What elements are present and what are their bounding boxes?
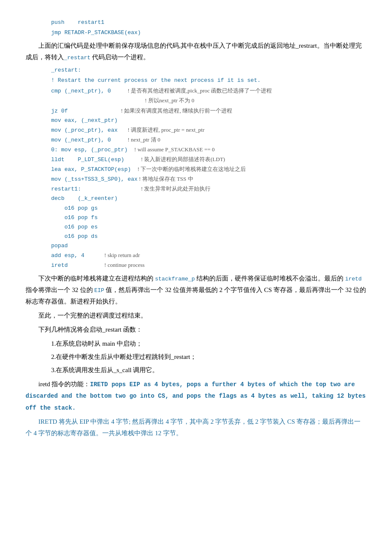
code-popad: popad bbox=[51, 243, 68, 249]
restart-label: _restart: bbox=[51, 66, 366, 75]
comment-mov-next: ! next_ptr 清 0 bbox=[127, 135, 160, 145]
code-mov-tss: mov (_tss+TSS3_S_SP0), eax bbox=[51, 175, 138, 184]
inline-iretd-1: iretd bbox=[345, 276, 362, 282]
list-item-1: 1.在系统启动时从 main 中启动； bbox=[51, 338, 366, 350]
code-iretd: iretd bbox=[51, 261, 104, 270]
code-jz: jz 0f bbox=[51, 107, 121, 116]
code-mov-next: mov (_next_ptr), 0 bbox=[51, 136, 127, 145]
list-item-2: 2.在硬件中断发生后从中断处理过程跳转到_restart； bbox=[51, 351, 366, 363]
code-pop-gs: o16 pop gs bbox=[51, 205, 98, 211]
paragraph-3: 至此，一个完整的进程调度过程结束。 bbox=[26, 310, 366, 321]
code-cmp: cmp (_next_ptr), 0 bbox=[51, 87, 127, 96]
comment-mov-proc: ! 调度新进程, proc_ptr = next_ptr bbox=[127, 125, 204, 135]
restart-comment: ! Restart the current process or the nex… bbox=[51, 76, 366, 85]
code-lldt: lldt P_LDT_SEL(esp) bbox=[51, 155, 141, 165]
list-block: 1.在系统启动时从 main 中启动； 2.在硬件中断发生后从中断处理过程跳转到… bbox=[51, 338, 366, 376]
comment-0-mov-esp: ! will assume P_STACKBASE == 0 bbox=[134, 145, 215, 154]
code-add-esp: add esp, 4 bbox=[51, 251, 104, 260]
code-restart1: restart1: bbox=[51, 185, 141, 194]
comment-restart1: ! 发生异常时从此处开始执行 bbox=[141, 184, 211, 194]
code-mov-eax: mov eax, (_next_ptr) bbox=[51, 117, 118, 124]
code-0-mov-esp: 0: mov esp, (_proc_ptr) bbox=[51, 145, 134, 155]
paragraph-1: 上面的汇编代码是处理中断前保存现场信息的代码,其中在栈中压入了中断完成后的返回地… bbox=[26, 40, 366, 63]
paragraph-4: 下列几种情况将会启动_restart 函数： bbox=[26, 324, 366, 335]
comment-lea: ! 下一次中断的临时堆栈将建立在这地址之后 bbox=[138, 165, 246, 174]
paragraph-2: 下次中断的临时堆栈将建立在进程结构的 stackframe_p 结构的后面，硬件… bbox=[26, 273, 366, 307]
comment-cmp2: ! 所以next_ptr 不为 0 bbox=[145, 97, 194, 104]
code-pop-es: o16 pop es bbox=[51, 224, 98, 230]
restart-label-block: _restart: ! Restart the current process … bbox=[51, 66, 366, 270]
comment-mov-tss: ! 将地址保存在 TSS 中 bbox=[138, 174, 193, 184]
code-pop-ds: o16 pop ds bbox=[51, 233, 98, 240]
inline-stackframe: stackframe_p bbox=[155, 276, 195, 282]
paragraph-iretd-desc: iretd 指令的功能：IRETD pops EIP as 4 bytes, p… bbox=[26, 379, 366, 413]
comment-jz: ! 如果没有调度其他进程, 继续执行前一个进程 bbox=[121, 106, 232, 116]
code-mov-proc: mov (_proc_ptr), eax bbox=[51, 126, 127, 135]
code-block-top: push restart1 jmp RETADR-P_STACKBASE(eax… bbox=[51, 18, 366, 38]
list-item-3: 3.在系统调用发生后从_s_call 调用它。 bbox=[51, 364, 366, 376]
code-line-push: push restart1 bbox=[51, 18, 366, 27]
inline-code-restart: _restart bbox=[64, 55, 90, 61]
comment-iretd: ! continue process bbox=[104, 260, 145, 270]
paragraph-iretd-cn: IRETD 将先从 EIP 中弹出 4 字节; 然后再弹出 4 字节，其中高 2… bbox=[26, 416, 366, 439]
code-decb: decb (_k_reenter) bbox=[51, 195, 118, 202]
code-pop-fs: o16 pop fs bbox=[51, 214, 98, 221]
inline-eip-1: EIP bbox=[94, 287, 104, 294]
iretd-desc-prefix: iretd 指令的功能： bbox=[38, 381, 90, 387]
main-content: push restart1 jmp RETADR-P_STACKBASE(eax… bbox=[26, 18, 366, 439]
code-lea: lea eax, P_STACKTOP(esp) bbox=[51, 165, 138, 174]
comment-add-esp: ! skip return adr bbox=[104, 251, 140, 260]
comment-cmp: ! 是否有其他进程被调度,pick_proc 函数已经选择了一个进程 bbox=[127, 86, 272, 95]
comment-lldt: ! 装入新进程的局部描述符表(LDT) bbox=[141, 155, 225, 164]
code-line-jmp: jmp RETADR-P_STACKBASE(eax) bbox=[51, 28, 366, 38]
